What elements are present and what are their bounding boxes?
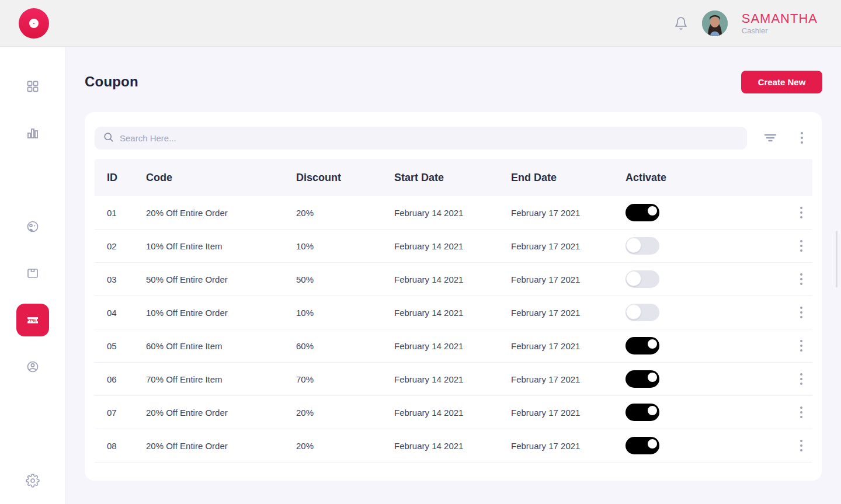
cell-start-date: February 14 2021: [394, 408, 511, 418]
cell-end-date: February 17 2021: [511, 441, 625, 451]
column-header-code: Code: [146, 172, 296, 184]
sidebar-nav: 7%: [0, 47, 66, 504]
cell-end-date: February 17 2021: [511, 408, 625, 418]
activate-toggle[interactable]: [625, 270, 659, 288]
cell-end-date: February 17 2021: [511, 308, 625, 318]
brand-logo[interactable]: [19, 8, 49, 39]
notifications-bell-icon[interactable]: [674, 16, 688, 30]
user-role: Cashier: [742, 27, 818, 36]
row-menu-kebab-icon[interactable]: [790, 296, 813, 329]
toggle-knob: [646, 404, 659, 417]
activate-toggle[interactable]: [625, 337, 659, 354]
cell-discount: 60%: [296, 341, 394, 351]
cell-end-date: February 17 2021: [511, 208, 625, 218]
cell-discount: 20%: [296, 208, 394, 218]
top-bar: SAMANTHA Cashier: [0, 0, 841, 47]
toggle-knob: [626, 271, 641, 286]
table-row: 04 10% Off Entire Order 10% February 14 …: [95, 296, 812, 329]
user-avatar[interactable]: [702, 11, 728, 36]
brand-logo-ring-icon: [29, 19, 39, 28]
gear-icon: [26, 474, 40, 488]
activate-toggle[interactable]: [625, 204, 659, 221]
card-menu-kebab-icon[interactable]: [791, 127, 812, 148]
cell-end-date: February 17 2021: [511, 241, 625, 251]
sidebar-item-products[interactable]: [16, 257, 49, 290]
toggle-knob: [626, 304, 641, 319]
activate-toggle[interactable]: [625, 370, 659, 388]
cell-discount: 70%: [296, 374, 394, 384]
cell-id: 04: [107, 308, 146, 318]
cell-discount: 20%: [296, 441, 394, 451]
cell-discount: 20%: [296, 408, 394, 418]
coupon-card: ID Code Discount Start Date End Date Act…: [85, 112, 822, 481]
table-row: 01 20% Off Entire Order 20% February 14 …: [95, 196, 812, 230]
cell-code: 10% Off Entire Order: [146, 308, 296, 318]
cell-code: 70% Off Entire Item: [146, 374, 296, 384]
sidebar-item-customers[interactable]: [16, 210, 49, 243]
user-name: SAMANTHA: [742, 11, 818, 26]
table-row: 07 20% Off Entire Order 20% February 14 …: [95, 396, 812, 429]
cell-start-date: February 14 2021: [394, 441, 511, 451]
sidebar-item-coupons[interactable]: 7%: [16, 304, 49, 336]
column-header-end: End Date: [511, 172, 625, 184]
page-title: Coupon: [85, 74, 138, 90]
table-row: 03 50% Off Entire Order 50% February 14 …: [95, 263, 812, 296]
activate-toggle[interactable]: [625, 404, 659, 421]
cell-id: 07: [107, 408, 146, 418]
package-box-icon: [26, 266, 40, 280]
row-menu-kebab-icon[interactable]: [790, 230, 813, 262]
scrollbar-thumb[interactable]: [836, 231, 837, 287]
toggle-knob: [646, 371, 659, 384]
cell-discount: 10%: [296, 308, 394, 318]
sidebar-item-account[interactable]: [16, 350, 49, 383]
column-header-discount: Discount: [296, 172, 394, 184]
cell-id: 03: [107, 274, 146, 284]
column-header-id: ID: [107, 172, 146, 184]
filter-icon[interactable]: [760, 127, 781, 148]
cell-discount: 50%: [296, 274, 394, 284]
table-row: 05 60% Off Entire Item 60% February 14 2…: [95, 329, 812, 363]
sidebar-item-dashboard[interactable]: [16, 70, 49, 103]
table-row: 06 70% Off Entire Item 70% February 14 2…: [95, 363, 812, 396]
cell-code: 10% Off Entire Item: [146, 241, 296, 251]
search-icon: [103, 131, 114, 145]
activate-toggle[interactable]: [625, 237, 659, 255]
cell-end-date: February 17 2021: [511, 341, 625, 351]
search-input[interactable]: [120, 127, 739, 150]
column-header-start: Start Date: [394, 172, 511, 184]
row-menu-kebab-icon[interactable]: [790, 363, 813, 395]
activate-toggle[interactable]: [625, 304, 659, 321]
customer-face-icon: [26, 220, 40, 234]
cell-start-date: February 14 2021: [394, 241, 511, 251]
row-menu-kebab-icon[interactable]: [790, 263, 813, 296]
cell-code: 50% Off Entire Order: [146, 274, 296, 284]
cell-code: 20% Off Entire Order: [146, 208, 296, 218]
activate-toggle[interactable]: [625, 437, 659, 454]
bar-chart-icon: [26, 126, 40, 140]
toggle-knob: [646, 204, 659, 217]
row-menu-kebab-icon[interactable]: [790, 196, 813, 229]
row-menu-kebab-icon[interactable]: [790, 329, 813, 362]
row-menu-kebab-icon[interactable]: [790, 429, 813, 462]
cell-end-date: February 17 2021: [511, 374, 625, 384]
cell-start-date: February 14 2021: [394, 374, 511, 384]
row-menu-kebab-icon[interactable]: [790, 396, 813, 429]
dashboard-grid-icon: [26, 79, 40, 93]
cell-code: 60% Off Entire Item: [146, 341, 296, 351]
sidebar-item-analytics[interactable]: [16, 117, 49, 150]
cell-id: 05: [107, 341, 146, 351]
toggle-knob: [646, 437, 659, 450]
table-row: 08 20% Off Entire Order 20% February 14 …: [95, 429, 812, 463]
coupon-ticket-icon: 7%: [25, 312, 40, 328]
create-new-button[interactable]: Create New: [741, 71, 822, 93]
cell-id: 08: [107, 441, 146, 451]
table-row: 02 10% Off Entire Item 10% February 14 2…: [95, 230, 812, 263]
cell-code: 20% Off Entire Order: [146, 441, 296, 451]
coupon-admin-app: SAMANTHA Cashier: [0, 0, 841, 504]
cell-id: 02: [107, 241, 146, 251]
column-header-activate: Activate: [625, 172, 790, 184]
cell-start-date: February 14 2021: [394, 308, 511, 318]
sidebar-item-settings[interactable]: [16, 464, 49, 497]
toggle-knob: [646, 338, 659, 350]
cell-code: 20% Off Entire Order: [146, 408, 296, 418]
